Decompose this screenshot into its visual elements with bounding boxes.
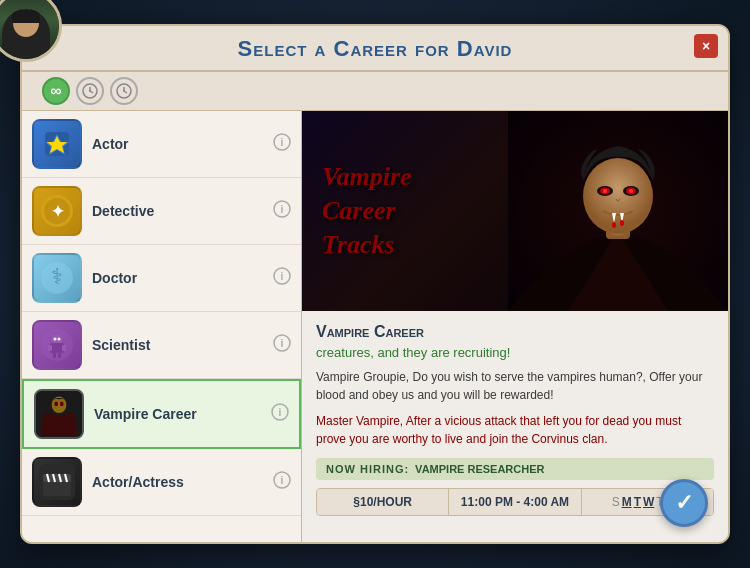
actor-name: Actor [92,136,263,152]
career-item-actor[interactable]: Actor i [22,111,301,178]
career-image: Vampire Career Tracks [302,111,728,311]
modal-title: Select a Career for David [238,36,513,61]
modal-body: Actor i ✦ [22,111,728,542]
actor-info-icon[interactable]: i [273,133,291,155]
svg-text:i: i [281,475,284,486]
svg-rect-28 [58,353,61,358]
avatar-face [0,0,59,59]
scientist-name: Scientist [92,337,263,353]
detail-career-name: Vampire Career [316,323,714,341]
career-item-doctor[interactable]: ⚕ Doctor i [22,245,301,312]
doctor-icon: ⚕ [32,253,82,303]
detail-desc1: Vampire Groupie, Do you wish to serve th… [316,368,714,404]
svg-point-29 [54,338,57,341]
info-icon: i [273,133,291,151]
svg-point-7 [123,90,125,92]
day-m: M [622,495,632,509]
job-details-row: §10/HOUR 11:00 PM - 4:00 AM S M T W T F … [316,488,714,516]
svg-rect-25 [48,345,52,351]
svg-point-30 [58,338,61,341]
info-icon-actress: i [273,471,291,489]
career-image-overlay: Vampire Career Tracks [302,111,728,311]
day-s1: S [612,495,620,509]
now-hiring-role: Vampire researcher [415,463,544,475]
filter-all-button[interactable]: ∞ [42,77,70,105]
actor-career-icon [41,128,73,160]
confirm-button[interactable]: ✓ [660,479,708,527]
clock-icon [82,83,98,99]
svg-rect-24 [50,343,64,353]
day-w: W [643,495,654,509]
detail-desc2: Master Vampire, After a vicious attack t… [316,412,714,448]
info-icon-vampire: i [271,403,289,421]
modal-overlay: Select a Career for David × ∞ [0,0,750,568]
scientist-career-icon [39,327,75,363]
clock2-icon [116,83,132,99]
detective-icon: ✦ [32,186,82,236]
actress-career-icon [39,464,75,500]
doctor-name: Doctor [92,270,263,286]
filter-clock1-button[interactable] [76,77,104,105]
actor-icon [32,119,82,169]
career-image-text: Vampire Career Tracks [322,160,412,261]
svg-text:i: i [281,204,284,215]
svg-rect-27 [53,353,56,358]
filter-clock2-button[interactable] [110,77,138,105]
actress-icon [32,457,82,507]
vampire-icon [34,389,84,439]
scientist-info-icon[interactable]: i [273,334,291,356]
info-icon-detective: i [273,200,291,218]
detective-name: Detective [92,203,263,219]
svg-text:⚕: ⚕ [51,264,63,289]
info-icon-scientist: i [273,334,291,352]
svg-text:✦: ✦ [51,203,65,220]
svg-rect-26 [62,345,66,351]
vampire-info-icon[interactable]: i [271,403,289,425]
svg-text:i: i [281,271,284,282]
detail-tagline: creatures, and they are recruiting! [316,345,714,360]
modal-container: Select a Career for David × ∞ [20,24,730,544]
close-button[interactable]: × [694,34,718,58]
now-hiring-bar: Now Hiring: Vampire researcher [316,458,714,480]
now-hiring-label: Now Hiring: [326,463,409,475]
filter-bar: ∞ [22,72,728,111]
svg-point-35 [54,402,58,407]
job-hours-cell: 11:00 PM - 4:00 AM [449,489,581,515]
career-detail-panel: Vampire Career Tracks Vampire Career cre… [302,111,728,542]
career-item-actress[interactable]: Actor/Actress i [22,449,301,516]
svg-point-36 [60,402,64,407]
job-pay-cell: §10/HOUR [317,489,449,515]
vampire-career-icon [36,389,82,439]
detective-career-icon: ✦ [39,193,75,229]
career-item-scientist[interactable]: Scientist i [22,312,301,379]
day-t1: T [634,495,641,509]
scientist-icon [32,320,82,370]
doctor-info-icon[interactable]: i [273,267,291,289]
svg-text:i: i [281,338,284,349]
modal-header: Select a Career for David × [22,26,728,72]
actress-name: Actor/Actress [92,474,263,490]
svg-point-3 [89,90,91,92]
confirm-checkmark: ✓ [675,490,693,516]
doctor-career-icon: ⚕ [39,260,75,296]
detective-info-icon[interactable]: i [273,200,291,222]
actress-info-icon[interactable]: i [273,471,291,493]
svg-text:i: i [281,137,284,148]
career-item-vampire[interactable]: Vampire Career i [22,379,301,449]
info-icon-doctor: i [273,267,291,285]
career-item-detective[interactable]: ✦ Detective i [22,178,301,245]
vampire-career-name: Vampire Career [94,406,261,422]
career-list: Actor i ✦ [22,111,302,542]
svg-text:i: i [279,407,282,418]
